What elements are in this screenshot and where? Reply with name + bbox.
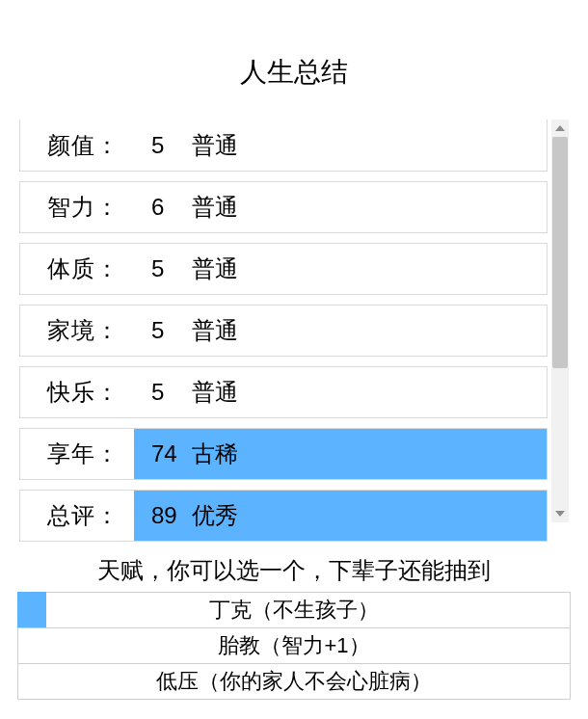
stat-label: 享年： <box>20 429 134 479</box>
stat-value: 89 优秀 <box>134 491 547 541</box>
stat-value-number: 5 <box>151 317 180 344</box>
stat-label: 总评： <box>20 491 134 541</box>
stat-value-grade: 普通 <box>192 377 238 408</box>
stat-value-grade: 普通 <box>192 315 238 346</box>
stats-area: 颜值： 5 普通 智力： 6 普通 体质： 5 普通 <box>19 120 569 542</box>
stat-value-grade: 优秀 <box>192 500 238 531</box>
stat-value-grade: 古稀 <box>192 439 238 469</box>
talent-option[interactable]: 丁克（不生孩子） <box>17 592 571 628</box>
scroll-thumb[interactable] <box>552 137 568 368</box>
stat-row: 享年： 74 古稀 <box>19 428 548 480</box>
stat-value-number: 5 <box>151 255 180 282</box>
stat-value-grade: 普通 <box>192 253 238 284</box>
stat-label: 智力： <box>20 182 134 232</box>
stat-value-grade: 普通 <box>192 192 238 223</box>
chevron-up-icon <box>555 125 565 131</box>
stat-value: 74 古稀 <box>134 429 547 479</box>
stat-row: 总评： 89 优秀 <box>19 490 548 542</box>
stat-value-number: 5 <box>151 132 180 159</box>
chevron-down-icon <box>555 511 565 517</box>
stat-row: 智力： 6 普通 <box>19 181 548 233</box>
stat-label: 体质： <box>20 244 134 294</box>
page-title: 人生总结 <box>0 54 588 91</box>
talent-option-label: 低压（你的家人不会心脏病） <box>156 667 432 696</box>
stat-row: 颜值： 5 普通 <box>19 120 548 172</box>
stat-value-number: 89 <box>151 502 180 529</box>
stat-value-grade: 普通 <box>192 130 238 161</box>
stat-value-number: 74 <box>151 440 180 467</box>
stat-value: 6 普通 <box>134 182 547 232</box>
stat-label: 颜值： <box>20 120 134 171</box>
talent-option-label: 丁克（不生孩子） <box>209 596 379 625</box>
stat-value: 5 普通 <box>134 367 547 417</box>
stat-value-number: 6 <box>151 194 180 221</box>
talent-option-label: 胎教（智力+1） <box>218 631 369 660</box>
stat-value: 5 普通 <box>134 306 547 356</box>
talent-option[interactable]: 低压（你的家人不会心脏病） <box>17 663 571 700</box>
stat-value: 5 普通 <box>134 244 547 294</box>
talent-section: 天赋，你可以选一个，下辈子还能抽到 丁克（不生孩子） 胎教（智力+1） 低压（你… <box>17 547 571 700</box>
stat-row: 体质： 5 普通 <box>19 243 548 295</box>
stat-label: 快乐： <box>20 367 134 417</box>
stats-list: 颜值： 5 普通 智力： 6 普通 体质： 5 普通 <box>19 120 569 542</box>
stat-value: 5 普通 <box>134 120 547 171</box>
scroll-up-button[interactable] <box>551 120 569 137</box>
stat-row: 家境： 5 普通 <box>19 305 548 357</box>
scroll-down-button[interactable] <box>551 505 569 522</box>
scrollbar[interactable] <box>551 120 569 522</box>
talent-prompt: 天赋，你可以选一个，下辈子还能抽到 <box>17 547 571 592</box>
talent-option[interactable]: 胎教（智力+1） <box>17 627 571 664</box>
stat-row: 快乐： 5 普通 <box>19 366 548 418</box>
stat-value-number: 5 <box>151 379 180 406</box>
stat-label: 家境： <box>20 306 134 356</box>
selected-indicator <box>17 592 46 628</box>
